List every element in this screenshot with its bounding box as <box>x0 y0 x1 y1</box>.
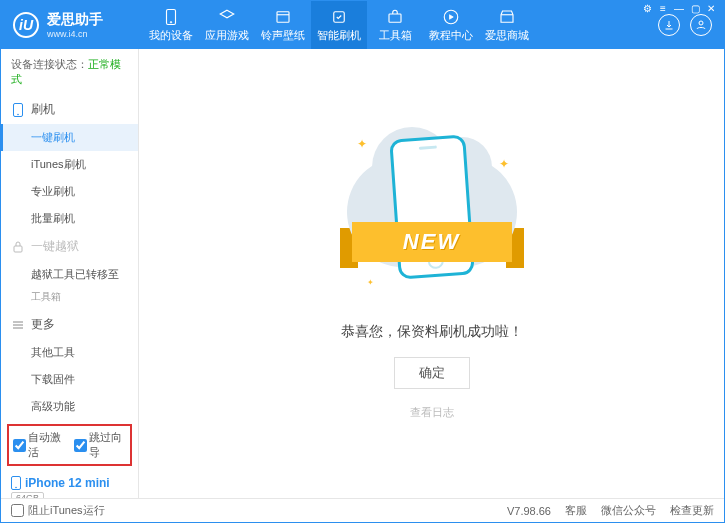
nav-tutorial[interactable]: 教程中心 <box>423 1 479 49</box>
app-url: www.i4.cn <box>47 29 103 39</box>
lock-icon <box>11 241 25 253</box>
group-label: 一键越狱 <box>31 238 79 255</box>
side-jb-moved[interactable]: 越狱工具已转移至 <box>1 261 138 288</box>
sidebar: 设备连接状态：正常模式 刷机一键刷机iTunes刷机专业刷机批量刷机一键越狱越狱… <box>1 49 139 498</box>
nav-label: 我的设备 <box>149 28 193 43</box>
group-label: 刷机 <box>31 101 55 118</box>
svg-point-1 <box>170 21 172 23</box>
maximize-icon[interactable]: ▢ <box>688 3 702 14</box>
wechat-link[interactable]: 微信公众号 <box>601 503 656 518</box>
success-message: 恭喜您，保资料刷机成功啦！ <box>341 323 523 341</box>
group-label: 更多 <box>31 316 55 333</box>
nav-label: 爱思商城 <box>485 28 529 43</box>
tutorial-icon <box>442 8 460 26</box>
side-batch-flash[interactable]: 批量刷机 <box>1 205 138 232</box>
svg-rect-2 <box>277 11 289 22</box>
side-download-fw[interactable]: 下载固件 <box>1 366 138 393</box>
nav-label: 教程中心 <box>429 28 473 43</box>
settings-icon[interactable]: ⚙ <box>640 3 654 14</box>
checkbox-block-itunes[interactable]: 阻止iTunes运行 <box>11 503 105 518</box>
app-logo: iU 爱思助手 www.i4.cn <box>13 11 133 39</box>
side-jb-moved-sub: 工具箱 <box>1 288 138 310</box>
flash-icon <box>330 8 348 26</box>
nav-label: 铃声壁纸 <box>261 28 305 43</box>
update-link[interactable]: 检查更新 <box>670 503 714 518</box>
ok-button[interactable]: 确定 <box>394 357 470 389</box>
window-controls: ⚙ ≡ — ▢ ✕ <box>640 3 718 14</box>
user-button[interactable] <box>690 14 712 36</box>
device-name-label: iPhone 12 mini <box>25 476 110 490</box>
group-more[interactable]: 更多 <box>1 310 138 339</box>
wallpaper-icon <box>274 8 292 26</box>
main-nav: 我的设备应用游戏铃声壁纸智能刷机工具箱教程中心爱思商城 <box>143 1 535 49</box>
close-icon[interactable]: ✕ <box>704 3 718 14</box>
side-oneclick-flash[interactable]: 一键刷机 <box>1 124 138 151</box>
nav-label: 应用游戏 <box>205 28 249 43</box>
svg-point-6 <box>699 21 703 25</box>
device-info[interactable]: iPhone 12 mini 64GB Down-12mini-13,1 <box>1 470 138 498</box>
apps-icon <box>218 8 236 26</box>
app-name: 爱思助手 <box>47 11 103 29</box>
minimize-icon[interactable]: — <box>672 3 686 14</box>
view-log-link[interactable]: 查看日志 <box>410 405 454 420</box>
phone-icon <box>11 476 21 490</box>
svg-point-11 <box>15 487 17 489</box>
logo-icon: iU <box>13 12 39 38</box>
svg-point-8 <box>17 113 19 115</box>
phone-icon <box>11 103 25 117</box>
store-icon <box>498 8 516 26</box>
footer-bar: 阻止iTunes运行 V7.98.66 客服 微信公众号 检查更新 <box>1 498 724 522</box>
body: 设备连接状态：正常模式 刷机一键刷机iTunes刷机专业刷机批量刷机一键越狱越狱… <box>1 49 724 498</box>
support-link[interactable]: 客服 <box>565 503 587 518</box>
phone-icon <box>162 8 180 26</box>
nav-label: 智能刷机 <box>317 28 361 43</box>
device-status: 设备连接状态：正常模式 <box>1 49 138 95</box>
group-flash[interactable]: 刷机 <box>1 95 138 124</box>
side-pro-flash[interactable]: 专业刷机 <box>1 178 138 205</box>
more-icon <box>11 319 25 331</box>
nav-apps[interactable]: 应用游戏 <box>199 1 255 49</box>
app-window: ⚙ ≡ — ▢ ✕ iU 爱思助手 www.i4.cn 我的设备应用游戏铃声壁纸… <box>0 0 725 523</box>
download-button[interactable] <box>658 14 680 36</box>
checkbox-auto-activate[interactable]: 自动激活 <box>13 430 66 460</box>
version-label: V7.98.66 <box>507 505 551 517</box>
flash-options-box: 自动激活 跳过向导 <box>7 424 132 466</box>
checkbox-skip-guide[interactable]: 跳过向导 <box>74 430 127 460</box>
toolbox-icon <box>386 8 404 26</box>
svg-rect-4 <box>389 14 401 22</box>
side-advanced[interactable]: 高级功能 <box>1 393 138 420</box>
nav-ringtone[interactable]: 铃声壁纸 <box>255 1 311 49</box>
header-bar: iU 爱思助手 www.i4.cn 我的设备应用游戏铃声壁纸智能刷机工具箱教程中… <box>1 1 724 49</box>
nav-device[interactable]: 我的设备 <box>143 1 199 49</box>
svg-rect-9 <box>14 246 22 252</box>
success-illustration: NEW ✦✦✦ <box>347 127 517 297</box>
nav-label: 工具箱 <box>379 28 412 43</box>
nav-toolbox[interactable]: 工具箱 <box>367 1 423 49</box>
nav-store[interactable]: 爱思商城 <box>479 1 535 49</box>
group-jailbreak[interactable]: 一键越狱 <box>1 232 138 261</box>
main-content: NEW ✦✦✦ 恭喜您，保资料刷机成功啦！ 确定 查看日志 <box>139 49 724 498</box>
nav-flash[interactable]: 智能刷机 <box>311 1 367 49</box>
side-itunes-flash[interactable]: iTunes刷机 <box>1 151 138 178</box>
menu-icon[interactable]: ≡ <box>656 3 670 14</box>
side-other-tools[interactable]: 其他工具 <box>1 339 138 366</box>
